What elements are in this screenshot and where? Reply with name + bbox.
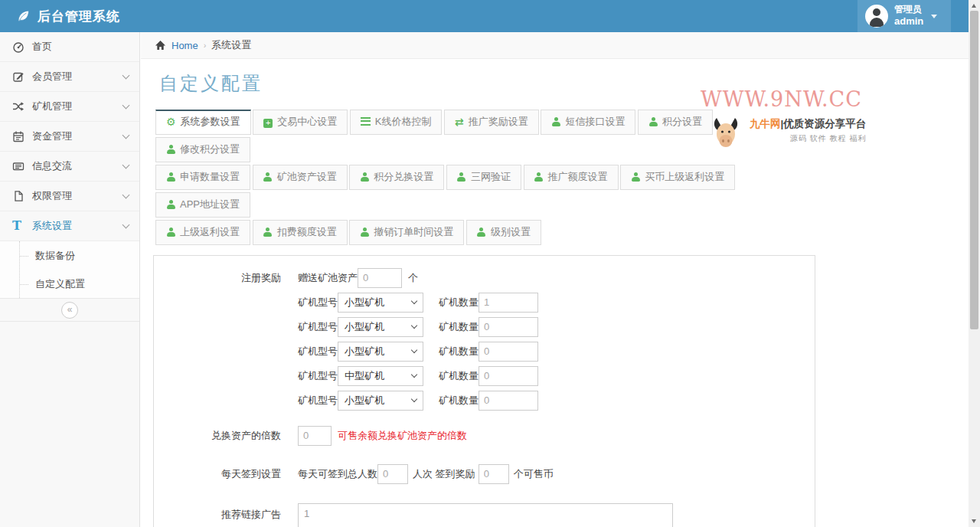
tab-triple-verify[interactable]: 三网验证 bbox=[446, 165, 521, 190]
scroll-up-icon[interactable] bbox=[972, 4, 976, 8]
tab-points-exchange[interactable]: 积分兑换设置 bbox=[349, 165, 444, 190]
miner-model-select[interactable]: 中型矿机 bbox=[338, 366, 423, 386]
tab-points[interactable]: 积分设置 bbox=[638, 110, 713, 135]
miner-count-input[interactable] bbox=[479, 391, 538, 411]
user-avatar-icon bbox=[865, 5, 888, 28]
user-icon bbox=[360, 227, 369, 237]
tab-trade-center[interactable]: +交易中心设置 bbox=[253, 110, 348, 135]
user-menu[interactable]: 管理员 admin bbox=[858, 0, 951, 32]
chevron-down-icon bbox=[411, 372, 417, 378]
miner-model-select[interactable]: 小型矿机 bbox=[338, 391, 423, 411]
miner-count-input[interactable] bbox=[479, 293, 538, 313]
user-icon bbox=[166, 172, 175, 182]
calendar-icon bbox=[12, 130, 32, 142]
signin-prefix: 每天可签到总人数 bbox=[298, 467, 377, 481]
tab-promo-quota[interactable]: 推广额度设置 bbox=[524, 165, 619, 190]
signin-max-input[interactable] bbox=[377, 464, 408, 484]
miner-model-label: 矿机型号 bbox=[298, 296, 338, 309]
miner-count-input[interactable] bbox=[479, 366, 538, 386]
tab-apply-quantity[interactable]: 申请数量设置 bbox=[155, 165, 250, 190]
sidebar-item-members[interactable]: 会员管理 bbox=[0, 62, 139, 92]
tab-system-params[interactable]: ⚙系统参数设置 bbox=[155, 110, 251, 135]
tab-cancel-order-time[interactable]: 撤销订单时间设置 bbox=[349, 220, 464, 245]
breadcrumb-separator: › bbox=[204, 41, 207, 50]
referral-ad-row: 推荐链接广告 1 这里直接设置推荐人的注册链 接: [adurl] bbox=[154, 503, 815, 527]
main-content: Home › 系统设置 自定义配置 ⚙系统参数设置 +交易中心设置 K线价格控制… bbox=[141, 32, 969, 527]
sidebar-item-label: 矿机管理 bbox=[32, 100, 123, 113]
sidebar-item-system-settings[interactable]: T 系统设置 bbox=[0, 211, 139, 241]
user-icon bbox=[534, 172, 544, 182]
sidebar-item-label: 会员管理 bbox=[32, 70, 123, 83]
chevron-down-icon bbox=[122, 221, 130, 228]
breadcrumb-home-link[interactable]: Home bbox=[172, 40, 198, 51]
signin-reward-input[interactable] bbox=[479, 464, 509, 484]
user-icon bbox=[166, 227, 175, 237]
user-icon bbox=[360, 172, 369, 182]
chevron-down-icon bbox=[411, 322, 417, 329]
tab-level-settings[interactable]: 级别设置 bbox=[466, 220, 541, 245]
tab-kline-price[interactable]: K线价格控制 bbox=[350, 110, 443, 135]
newspaper-icon bbox=[12, 160, 32, 172]
chevron-down-icon bbox=[122, 161, 130, 169]
chevron-down-icon bbox=[122, 71, 130, 79]
tab-app-url[interactable]: APP地址设置 bbox=[155, 192, 250, 218]
chevron-down-icon bbox=[122, 101, 130, 109]
tab-promo-reward[interactable]: ⇄推广奖励设置 bbox=[444, 110, 539, 135]
miner-count-input[interactable] bbox=[479, 342, 538, 362]
tab-upline-rebate[interactable]: 上级返利设置 bbox=[155, 220, 250, 245]
miner-model-select[interactable]: 小型矿机 bbox=[338, 317, 423, 337]
scrollbar-thumb[interactable] bbox=[970, 11, 978, 329]
user-name: admin bbox=[894, 15, 923, 28]
breadcrumb: Home › 系统设置 bbox=[141, 32, 969, 59]
list-icon bbox=[361, 117, 371, 126]
exchange-icon: ⇄ bbox=[455, 116, 464, 128]
miner-model-select[interactable]: 小型矿机 bbox=[338, 342, 423, 362]
miner-model-label: 矿机型号 bbox=[298, 345, 338, 358]
page-title: 自定义配置 bbox=[159, 71, 969, 96]
tab-fee-quota[interactable]: 扣费额度设置 bbox=[253, 220, 348, 245]
dashboard-icon bbox=[12, 41, 32, 53]
text-icon: T bbox=[12, 220, 32, 232]
miner-model-select[interactable]: 小型矿机 bbox=[338, 293, 423, 313]
sidebar-item-label: 系统设置 bbox=[32, 219, 123, 233]
tab-edit-points[interactable]: 修改积分设置 bbox=[155, 137, 250, 162]
tab-pool-assets[interactable]: 矿池资产设置 bbox=[253, 165, 348, 190]
sidebar-collapse-button[interactable]: « bbox=[61, 302, 78, 319]
file-icon bbox=[12, 190, 32, 202]
referral-ad-textarea[interactable]: 1 bbox=[298, 503, 673, 527]
form-panel: 注册奖励 赠送矿池资产 个 矿机型号 小型矿机 矿机数量 矿机型号 小型矿机 矿… bbox=[153, 255, 815, 527]
user-icon bbox=[631, 172, 640, 182]
tab-sms-api[interactable]: 短信接口设置 bbox=[541, 110, 635, 135]
sidebar-item-funds[interactable]: 资金管理 bbox=[0, 122, 139, 152]
system-settings-submenu: 数据备份 自定义配置 bbox=[0, 241, 139, 299]
sidebar-item-label: 信息交流 bbox=[32, 159, 123, 173]
sidebar-item-permissions[interactable]: 权限管理 bbox=[0, 182, 139, 211]
submenu-item-custom-config[interactable]: 自定义配置 bbox=[0, 270, 139, 298]
user-icon bbox=[263, 227, 273, 237]
exchange-multiple-input[interactable] bbox=[298, 426, 332, 446]
miner-count-input[interactable] bbox=[479, 317, 538, 337]
miner-count-label: 矿机数量 bbox=[439, 394, 479, 408]
sidebar-item-miners[interactable]: 矿机管理 bbox=[0, 92, 139, 122]
scroll-down-icon[interactable] bbox=[972, 519, 976, 523]
miner-model-label: 矿机型号 bbox=[298, 320, 338, 334]
user-icon bbox=[457, 172, 466, 182]
sidebar-item-messages[interactable]: 信息交流 bbox=[0, 152, 139, 182]
submenu-item-data-backup[interactable]: 数据备份 bbox=[0, 241, 139, 270]
pencil-square-icon bbox=[12, 70, 32, 83]
miner-count-label: 矿机数量 bbox=[439, 345, 479, 358]
vertical-scrollbar[interactable] bbox=[969, 0, 980, 527]
user-icon bbox=[166, 145, 175, 154]
gift-asset-unit: 个 bbox=[408, 271, 418, 285]
sidebar-item-home[interactable]: 首页 bbox=[0, 32, 139, 62]
miner-count-label: 矿机数量 bbox=[439, 369, 479, 383]
field-label: 兑换资产的倍数 bbox=[154, 424, 298, 443]
user-icon bbox=[648, 117, 658, 126]
tab-buy-rebate[interactable]: 买币上级返利设置 bbox=[620, 165, 735, 190]
settings-tabs: ⚙系统参数设置 +交易中心设置 K线价格控制 ⇄推广奖励设置 短信接口设置 积分… bbox=[155, 110, 806, 247]
chevron-down-icon bbox=[122, 191, 130, 198]
user-role: 管理员 bbox=[894, 4, 923, 15]
signin-suffix: 个可售币 bbox=[514, 467, 554, 481]
top-header: 后台管理系统 管理员 admin bbox=[0, 0, 980, 32]
gift-asset-input[interactable] bbox=[358, 268, 402, 288]
